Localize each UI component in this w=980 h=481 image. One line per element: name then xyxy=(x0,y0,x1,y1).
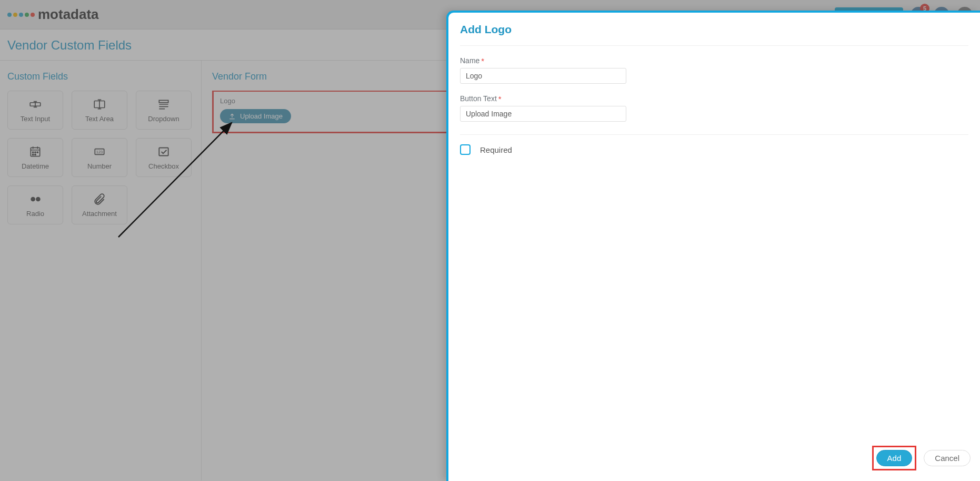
add-button-highlight: Add xyxy=(872,446,917,470)
required-asterisk: * xyxy=(498,95,502,103)
required-checkbox[interactable] xyxy=(460,144,471,155)
add-logo-drawer: Add Logo Name * Button Text * Required A… xyxy=(446,11,980,481)
required-checkbox-row: Required xyxy=(460,144,968,155)
dropdown-icon xyxy=(157,98,171,111)
number-icon: 123 xyxy=(93,145,106,158)
tile-label: Text Input xyxy=(21,115,50,123)
svg-point-13 xyxy=(36,197,41,201)
upload-image-button[interactable]: Upload Image xyxy=(220,109,291,123)
drawer-body: Add Logo Name * Button Text * Required xyxy=(448,13,980,440)
tile-text-input[interactable]: Text Input xyxy=(7,91,63,130)
attachment-icon xyxy=(93,193,106,205)
calendar-icon xyxy=(28,145,42,158)
text-area-icon xyxy=(93,98,106,111)
name-label: Name * xyxy=(460,56,968,65)
form-group-name: Name * xyxy=(460,56,968,84)
tile-radio[interactable]: Radio xyxy=(7,185,63,224)
cancel-button[interactable]: Cancel xyxy=(924,450,971,466)
svg-point-6 xyxy=(37,152,38,153)
svg-point-7 xyxy=(33,154,34,155)
text-input-icon xyxy=(28,98,42,111)
radio-icon xyxy=(28,193,42,205)
svg-point-4 xyxy=(33,152,34,153)
tile-number[interactable]: 123 Number xyxy=(72,138,127,177)
brand-dots-icon xyxy=(7,13,35,17)
name-input[interactable] xyxy=(460,68,626,84)
custom-fields-panel: Custom Fields Text Input Text Area xyxy=(0,61,201,480)
tile-label: Number xyxy=(87,162,112,170)
brand-text: motadata xyxy=(38,6,99,23)
svg-rect-2 xyxy=(159,100,168,102)
field-tiles: Text Input Text Area Dropdown xyxy=(7,91,197,224)
drawer-footer: Add Cancel xyxy=(448,440,980,481)
svg-text:123: 123 xyxy=(96,150,103,154)
button-text-label-text: Button Text xyxy=(460,94,497,103)
tile-datetime[interactable]: Datetime xyxy=(7,138,63,177)
svg-point-12 xyxy=(31,197,35,201)
brand-logo: motadata xyxy=(7,6,99,23)
form-group-button-text: Button Text * xyxy=(460,94,968,122)
required-asterisk: * xyxy=(481,57,484,65)
tile-text-area[interactable]: Text Area xyxy=(72,91,127,130)
tile-label: Attachment xyxy=(82,210,117,218)
checkbox-icon xyxy=(157,145,171,158)
tile-label: Checkbox xyxy=(148,162,179,170)
tile-checkbox[interactable]: Checkbox xyxy=(136,138,192,177)
name-label-text: Name xyxy=(460,56,479,65)
add-button[interactable]: Add xyxy=(876,450,913,466)
custom-fields-heading: Custom Fields xyxy=(7,71,197,82)
svg-point-8 xyxy=(35,154,36,155)
tile-label: Text Area xyxy=(85,115,114,123)
tile-label: Datetime xyxy=(22,162,49,170)
button-text-label: Button Text * xyxy=(460,94,968,103)
section-divider xyxy=(460,134,968,135)
button-text-input[interactable] xyxy=(460,106,626,122)
upload-button-label: Upload Image xyxy=(240,112,283,120)
required-checkbox-label: Required xyxy=(480,145,512,154)
upload-icon xyxy=(228,113,236,120)
svg-point-5 xyxy=(35,152,36,153)
tile-attachment[interactable]: Attachment xyxy=(72,185,127,224)
drawer-title: Add Logo xyxy=(460,23,968,46)
svg-rect-11 xyxy=(159,148,168,155)
tile-dropdown[interactable]: Dropdown xyxy=(136,91,192,130)
tile-label: Radio xyxy=(26,210,44,218)
tile-label: Dropdown xyxy=(148,115,179,123)
